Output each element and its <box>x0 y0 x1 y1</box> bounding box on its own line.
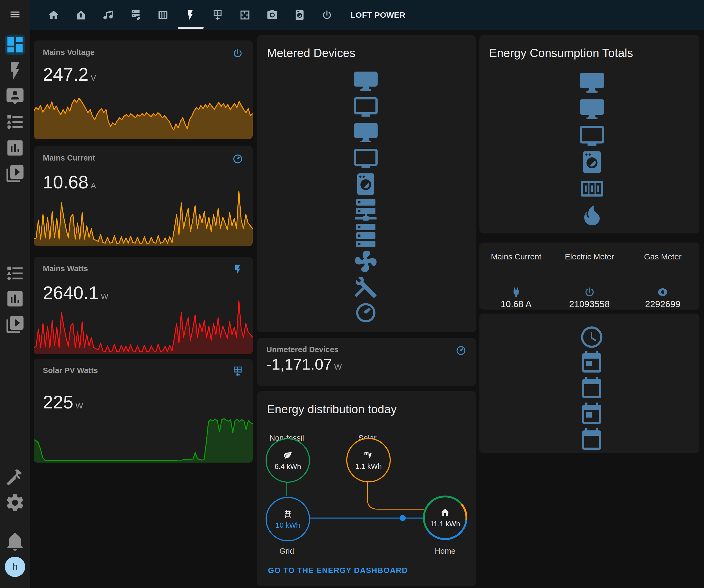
meter-label: Mains Current <box>491 252 541 261</box>
metered-device-row[interactable]: Brian TV0 W <box>257 94 476 120</box>
totals-row[interactable]: Gas Meter22 minutes agoToday11.1 KWhMont… <box>479 202 699 229</box>
mains-voltage-card[interactable]: Mains Voltage 247.2V <box>34 41 253 139</box>
sidebar-item-chart-box[interactable] <box>0 138 30 158</box>
usage-row[interactable]: Monthly Electric Usage378.190 <box>479 376 699 402</box>
sidebar-item-format-list[interactable] <box>0 263 30 284</box>
power-icon <box>583 286 596 298</box>
washing-machine-icon <box>294 9 305 21</box>
totals-row[interactable]: Brian PC7 seconds agoToday0.858 kWhTotal… <box>479 69 699 96</box>
gauge-icon <box>455 345 467 356</box>
metered-device-row[interactable]: Living Room TV79 W <box>257 145 476 171</box>
meter-value: 2292699 <box>645 299 681 309</box>
sidebar-item-chart-box[interactable] <box>0 289 30 309</box>
tools-icon <box>266 274 466 300</box>
metered-devices-list: Brian PC154.47 WBrian TV0 WAndrew PC and… <box>257 68 476 326</box>
solar-circle[interactable]: 1.1 kWh <box>346 438 391 482</box>
home-variant-icon <box>75 9 87 21</box>
tab-home-variant[interactable] <box>75 9 87 21</box>
solar-pv-value: 225W <box>43 393 83 411</box>
tv-icon <box>493 122 690 149</box>
tab-solar-panel[interactable] <box>212 9 224 21</box>
totals-row[interactable]: Andrew PC & TV1 hour agoTotal95.71 kWh <box>479 96 699 122</box>
section-title: Metered Devices <box>267 46 355 60</box>
tab-music[interactable] <box>102 9 114 21</box>
gauge-icon <box>455 345 467 356</box>
menu-button[interactable] <box>9 9 21 20</box>
grid-value: 10 kWh <box>276 521 300 530</box>
metered-device-row[interactable]: Total Metered Devices4,036.17 W <box>257 300 476 326</box>
monitor-icon <box>266 120 466 145</box>
sidebar-item-cog[interactable] <box>0 492 30 513</box>
sidebar-item-hammer[interactable] <box>0 467 30 487</box>
tab-home[interactable] <box>48 9 59 21</box>
meter-eye[interactable]: Gas Meter2292699 <box>626 243 699 309</box>
tab-power[interactable] <box>321 9 333 21</box>
meter-power[interactable]: Electric Meter21093558 <box>553 243 626 309</box>
totals-row[interactable]: Living Room TV3 minutes agoTotal62.69 kW… <box>479 122 699 149</box>
metered-device-row[interactable]: Network Cupboard59.21 W <box>257 197 476 223</box>
sidebar-item-play-box-multiple[interactable] <box>0 314 30 335</box>
mains-current-card[interactable]: Mains Current 10.68A <box>34 146 253 246</box>
totals-row[interactable]: Electric Meter17 seconds agoToday10.473M… <box>479 176 699 202</box>
fan-icon <box>266 248 466 274</box>
sidebar-item-flash[interactable] <box>0 61 30 81</box>
home-icon <box>440 508 450 517</box>
non-fossil-value: 6.4 kWh <box>275 463 301 471</box>
tab-floor-plan[interactable] <box>239 9 251 21</box>
usage-row[interactable]: Houly Electric Usage0.476 <box>479 324 699 350</box>
music-icon <box>102 9 114 21</box>
play-box-multiple-icon <box>0 164 30 184</box>
tab-flash[interactable] <box>184 9 196 21</box>
tab-washing-machine[interactable] <box>294 9 305 21</box>
sidebar-item-play-box-multiple[interactable] <box>0 164 30 184</box>
tab-radiator[interactable] <box>157 9 169 21</box>
metered-devices-card: Metered Devices Brian PC154.47 WBrian TV… <box>257 35 476 332</box>
solar-pv-chart <box>34 413 253 463</box>
totals-row[interactable]: Washing Machine4 hours agoToday1.611 kwh… <box>479 149 699 176</box>
calendar-today-icon <box>493 350 690 376</box>
grid-label: Grid <box>257 547 316 555</box>
sidebar-item-format-list[interactable] <box>0 112 30 132</box>
page-title: LOFT POWER <box>351 10 405 19</box>
solar-pv-card[interactable]: Solar PV Watts 225W <box>34 359 253 463</box>
usage-card: Houly Electric Usage0.476Daily Electric … <box>479 313 699 453</box>
avatar[interactable]: h <box>5 556 25 577</box>
monitor-icon <box>266 68 466 94</box>
leaf-icon <box>283 450 293 460</box>
tab-camera[interactable] <box>267 9 278 21</box>
solar-panel-icon <box>232 365 244 377</box>
unmetered-devices-card[interactable]: Unmetered Devices -1,171.07W <box>257 338 476 386</box>
calendar-blank-icon <box>493 376 690 402</box>
home-circle[interactable]: 11.1 kWh <box>423 495 467 540</box>
metered-device-row[interactable]: Washing Machine0 W <box>257 171 476 197</box>
flash-icon <box>232 264 244 276</box>
card-title: Mains Watts <box>43 264 88 273</box>
card-title: Mains Voltage <box>43 48 95 57</box>
power-icon <box>321 9 333 21</box>
metered-device-row[interactable]: Shed NAS16.8 W <box>257 223 476 248</box>
usage-row[interactable]: Daily Electric Usage10.473 <box>479 350 699 376</box>
flash-icon <box>232 264 244 276</box>
usage-row[interactable]: Daily Gas Usage22 minutes ago11.1 KWh <box>479 402 699 427</box>
metered-device-row[interactable]: Loft Workbench200.65 W <box>257 274 476 300</box>
mains-watts-card[interactable]: Mains Watts 2640.1W <box>34 257 253 354</box>
metered-device-row[interactable]: Brian PC154.47 W <box>257 68 476 94</box>
meter-power-plug[interactable]: Mains Current10.68 A <box>479 243 553 309</box>
usage-row[interactable]: Monthly Gas Usage459.3 KWh <box>479 427 699 453</box>
format-list-icon <box>0 112 30 132</box>
power-icon <box>232 48 244 59</box>
sidebar-item-account-badge[interactable] <box>0 86 30 106</box>
leaf-icon <box>283 450 293 460</box>
sidebar-item-bell[interactable] <box>0 531 30 551</box>
server-icon <box>266 223 466 248</box>
meters-columns: Mains Current10.68 AElectric Meter210935… <box>479 243 699 309</box>
metered-device-row[interactable]: Loft Oven and Pump3,560.45 W <box>257 248 476 274</box>
metered-device-row[interactable]: Andrew PC and TV8 W <box>257 120 476 145</box>
tab-server-leaf[interactable] <box>130 9 141 21</box>
card-title: Mains Current <box>43 154 95 162</box>
grid-circle[interactable]: 10 kWh <box>266 497 310 541</box>
meter-value: 21093558 <box>569 299 610 309</box>
non-fossil-circle[interactable]: 6.4 kWh <box>266 438 310 483</box>
home-value: 11.1 kWh <box>430 520 460 528</box>
sidebar-item-view-dashboard[interactable] <box>5 35 25 55</box>
